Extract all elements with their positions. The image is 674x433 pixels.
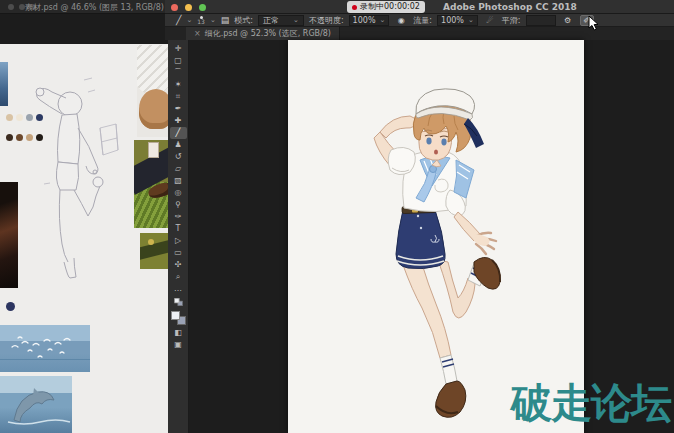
- app-titlebar: 录制中00:00:02 Adobe Photoshop CC 2018: [165, 0, 674, 14]
- palette-swatch: [36, 134, 43, 141]
- hand-tool[interactable]: ✣: [170, 259, 187, 271]
- traffic-lights[interactable]: [171, 4, 206, 11]
- lasso-tool[interactable]: ⌒: [170, 67, 187, 79]
- canvas-pasteboard[interactable]: [190, 40, 674, 433]
- reference-olive-band: [140, 237, 168, 260]
- blend-mode-value: 正常: [263, 15, 279, 26]
- brush-tool[interactable]: ╱: [170, 127, 187, 139]
- chevron-down-icon[interactable]: ⌄: [186, 17, 192, 24]
- quick-mask-button[interactable]: ◧: [170, 327, 187, 339]
- mode-label: 模式:: [234, 15, 253, 26]
- gradient-tool[interactable]: ▧: [170, 175, 187, 187]
- flow-label: 流量:: [413, 15, 432, 26]
- recording-dot-icon: [352, 5, 357, 10]
- foreground-color-swatch[interactable]: [171, 311, 180, 320]
- document-canvas[interactable]: [288, 40, 584, 433]
- minimize-window-button[interactable]: [185, 4, 192, 11]
- palette-swatch: [16, 134, 23, 141]
- palette-swatch: [6, 114, 13, 121]
- document-tab-title: 细化.psd @ 52.3% (选区, RGB/8): [205, 28, 331, 39]
- background-window-chrome: [0, 14, 168, 44]
- quick-selection-tool[interactable]: ✶: [170, 79, 187, 91]
- chevron-down-icon[interactable]: ⌄: [210, 17, 216, 24]
- reference-image-sailor-hat[interactable]: [137, 45, 168, 137]
- move-tool[interactable]: ✛: [170, 43, 187, 55]
- palette-swatch: [26, 114, 33, 121]
- brush-size-value: 13: [197, 19, 205, 25]
- reference-image-olive-cloth[interactable]: [140, 233, 168, 269]
- smoothing-label: 平滑:: [502, 15, 521, 26]
- reference-image-dark[interactable]: [0, 182, 18, 288]
- edit-toolbar-button[interactable]: …: [170, 283, 187, 295]
- tools-panel: ✛▢⌒✶⌗✒✚╱♟↺▱▧◎⚲✑T▷▭✣⌕… ◧ ▣: [168, 40, 189, 433]
- path-selection-tool[interactable]: ▷: [170, 235, 187, 247]
- palette-swatch: [6, 134, 13, 141]
- reference-button: [148, 239, 154, 245]
- background-document-window[interactable]: 素材.psd @ 46.6% (图层 13, RGB/8): [0, 0, 168, 433]
- background-window-titlebar: 素材.psd @ 46.6% (图层 13, RGB/8): [0, 0, 168, 14]
- type-tool[interactable]: T: [170, 223, 187, 235]
- chevron-down-icon: ⌄: [468, 17, 474, 24]
- shape-tool[interactable]: ▭: [170, 247, 187, 259]
- brush-preset-picker[interactable]: 13: [197, 16, 205, 25]
- reference-canvas[interactable]: [0, 44, 168, 433]
- palette-swatch: [26, 134, 33, 141]
- screen-recording-badge[interactable]: 录制中00:00:02: [347, 1, 425, 13]
- eraser-tool[interactable]: ▱: [170, 163, 187, 175]
- brush-panel-toggle-icon[interactable]: ▤: [221, 16, 230, 25]
- brush-tool-icon[interactable]: ╱: [176, 16, 181, 25]
- flow-field[interactable]: 100% ⌄: [437, 15, 478, 26]
- healing-brush-tool[interactable]: ✚: [170, 115, 187, 127]
- default-colors-icon[interactable]: [174, 298, 182, 306]
- recording-time-label: 录制中00:00:02: [360, 3, 420, 11]
- crop-tool[interactable]: ⌗: [170, 91, 187, 103]
- character-illustration: [288, 40, 584, 433]
- watermark-text: 破走论坛: [511, 383, 671, 424]
- chevron-down-icon: ⌄: [379, 17, 385, 24]
- blend-mode-select[interactable]: 正常 ⌄: [258, 15, 304, 26]
- opacity-label: 不透明度:: [309, 15, 344, 26]
- tools-list: ✛▢⌒✶⌗✒✚╱♟↺▱▧◎⚲✑T▷▭✣⌕…: [170, 43, 187, 295]
- reference-photo-seagulls[interactable]: [0, 325, 90, 372]
- reference-hat-shape: [137, 45, 168, 95]
- smoothing-gear-icon[interactable]: ⚙: [561, 15, 575, 26]
- document-tab[interactable]: × 细化.psd @ 52.3% (选区, RGB/8): [186, 27, 340, 40]
- opacity-pressure-icon[interactable]: ◉: [394, 15, 408, 26]
- palette-swatch: [36, 114, 43, 121]
- zoom-tool[interactable]: ⌕: [170, 271, 187, 283]
- reference-image-loafers[interactable]: [134, 140, 168, 228]
- opacity-value: 100%: [353, 16, 376, 25]
- blur-tool[interactable]: ◎: [170, 187, 187, 199]
- palette-swatch: [16, 114, 23, 121]
- color-palette-swatches[interactable]: [6, 114, 50, 150]
- opacity-field[interactable]: 100% ⌄: [349, 15, 390, 26]
- reference-hair-shape: [139, 89, 168, 129]
- dodge-tool[interactable]: ⚲: [170, 199, 187, 211]
- screen-mode-button[interactable]: ▣: [170, 339, 187, 351]
- pen-tool[interactable]: ✑: [170, 211, 187, 223]
- clone-stamp-tool[interactable]: ♟: [170, 139, 187, 151]
- flow-value: 100%: [441, 16, 464, 25]
- close-window-button[interactable]: [171, 4, 178, 11]
- smoothing-field[interactable]: [526, 15, 556, 26]
- zoom-window-button[interactable]: [199, 4, 206, 11]
- eyedropper-tool[interactable]: ✒: [170, 103, 187, 115]
- history-brush-tool[interactable]: ↺: [170, 151, 187, 163]
- screen: 素材.psd @ 46.6% (图层 13, RGB/8): [0, 0, 674, 433]
- reference-photo-dolphin[interactable]: [0, 376, 72, 433]
- navy-paint-dot: [6, 302, 15, 311]
- reference-image-blue[interactable]: [0, 62, 8, 106]
- dolphin-graphic: [0, 376, 72, 433]
- close-tab-icon[interactable]: ×: [194, 29, 201, 38]
- airbrush-icon[interactable]: ☄: [483, 15, 497, 26]
- seagulls-graphic: [0, 325, 90, 372]
- background-window-title: 素材.psd @ 46.6% (图层 13, RGB/8): [25, 2, 164, 13]
- marquee-tool[interactable]: ▢: [170, 55, 187, 67]
- chevron-down-icon: ⌄: [293, 17, 299, 24]
- mouse-cursor: [588, 15, 600, 31]
- reference-tag-card: [148, 142, 159, 158]
- foreground-background-swatches[interactable]: [171, 311, 186, 325]
- app-title: Adobe Photoshop CC 2018: [443, 2, 577, 12]
